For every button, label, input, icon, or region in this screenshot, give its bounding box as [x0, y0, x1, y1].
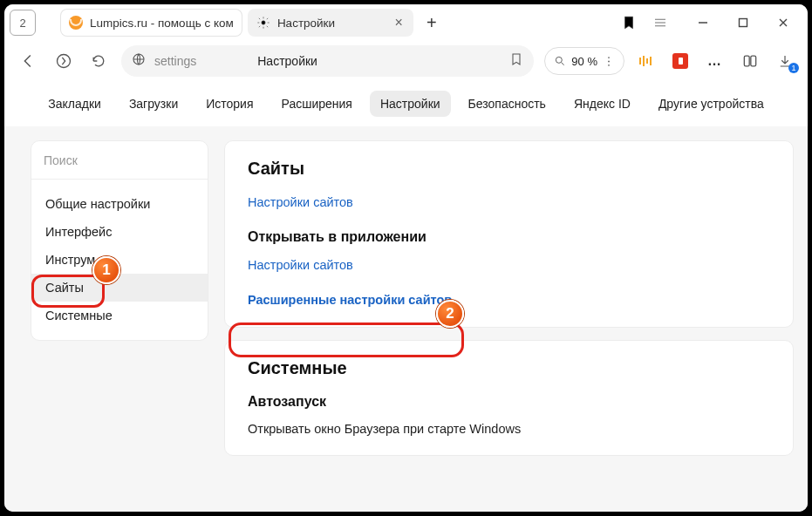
- more-icon[interactable]: …: [705, 51, 726, 71]
- card-subheading: Автозапуск: [248, 394, 770, 410]
- tab-title: Lumpics.ru - помощь с ком: [90, 17, 234, 30]
- close-tab-icon[interactable]: ×: [393, 15, 405, 31]
- page-title: Настройки: [257, 54, 317, 68]
- link-advanced-site-settings[interactable]: Расширенные настройки сайтов: [248, 293, 452, 307]
- subnav-history[interactable]: История: [195, 91, 263, 117]
- sidebar-item-general[interactable]: Общие настройки: [31, 190, 208, 218]
- site-identity-icon[interactable]: [132, 52, 146, 70]
- bookmark-icon[interactable]: [509, 52, 523, 70]
- svg-rect-1: [740, 19, 747, 27]
- card-system: Системные Автозапуск Открывать окно Брау…: [224, 340, 794, 456]
- card-sites: Сайты Настройки сайтов Открывать в прило…: [224, 140, 794, 328]
- close-window-button[interactable]: [764, 6, 802, 39]
- card-heading: Системные: [248, 358, 770, 378]
- lumpics-icon: [69, 16, 83, 30]
- url-path: settings: [154, 54, 196, 68]
- tab-lumpics[interactable]: Lumpics.ru - помощь с ком: [60, 9, 242, 37]
- subnav-extensions[interactable]: Расширения: [271, 91, 363, 117]
- downloads-badge: 1: [788, 63, 799, 73]
- minimize-button[interactable]: [684, 6, 722, 39]
- subnav-settings[interactable]: Настройки: [370, 91, 451, 117]
- card-heading: Сайты: [248, 159, 770, 179]
- autostart-label: Открывать окно Браузера при старте Windo…: [248, 422, 770, 436]
- link-site-settings-1[interactable]: Настройки сайтов: [248, 195, 353, 209]
- tab-settings[interactable]: Настройки ×: [248, 9, 413, 37]
- zoom-value: 90 %: [571, 55, 597, 68]
- downloads-icon[interactable]: 1: [774, 51, 795, 71]
- svg-rect-6: [751, 56, 756, 66]
- settings-subnav: Закладки Загрузки История Расширения Нас…: [4, 81, 808, 126]
- zoom-menu-icon[interactable]: ⋯: [603, 55, 616, 67]
- link-site-settings-2[interactable]: Настройки сайтов: [248, 258, 353, 272]
- subnav-yandex-id[interactable]: Яндекс ID: [563, 91, 641, 117]
- bookmarks-panel-icon[interactable]: [619, 15, 638, 31]
- menu-icon[interactable]: [651, 15, 670, 31]
- reload-button[interactable]: [86, 49, 111, 73]
- svg-point-2: [58, 55, 71, 68]
- tab-title: Настройки: [277, 17, 386, 30]
- adblock-icon[interactable]: [670, 51, 691, 71]
- subnav-downloads[interactable]: Загрузки: [119, 91, 188, 117]
- svg-rect-5: [744, 56, 749, 66]
- tab-counter[interactable]: 2: [10, 10, 36, 36]
- card-subheading: Открывать в приложении: [248, 229, 770, 245]
- sidebar-item-interface[interactable]: Интерфейс: [31, 218, 208, 246]
- omnibox[interactable]: settings Настройки: [121, 45, 534, 77]
- svg-point-4: [556, 57, 563, 63]
- extensions-icon[interactable]: [740, 51, 761, 71]
- gear-icon: [256, 16, 270, 30]
- subnav-security[interactable]: Безопасность: [458, 91, 556, 117]
- music-eq-icon[interactable]: [635, 51, 656, 71]
- sidebar-item-tools[interactable]: Инструм: [31, 246, 208, 274]
- svg-point-0: [262, 21, 265, 24]
- sidebar-item-system[interactable]: Системные: [31, 302, 208, 329]
- subnav-bookmarks[interactable]: Закладки: [38, 91, 112, 117]
- new-tab-button[interactable]: +: [419, 10, 445, 36]
- maximize-button[interactable]: [724, 6, 762, 39]
- settings-search[interactable]: Поиск: [31, 141, 208, 180]
- back-button[interactable]: [17, 49, 41, 73]
- zoom-control[interactable]: 90 % ⋯: [544, 47, 624, 75]
- sidebar-item-sites[interactable]: Сайты: [31, 274, 208, 302]
- yandex-home-icon[interactable]: [51, 49, 76, 73]
- settings-sidebar: Поиск Общие настройки Интерфейс Инструм …: [31, 140, 208, 341]
- subnav-other-devices[interactable]: Другие устройства: [648, 91, 774, 117]
